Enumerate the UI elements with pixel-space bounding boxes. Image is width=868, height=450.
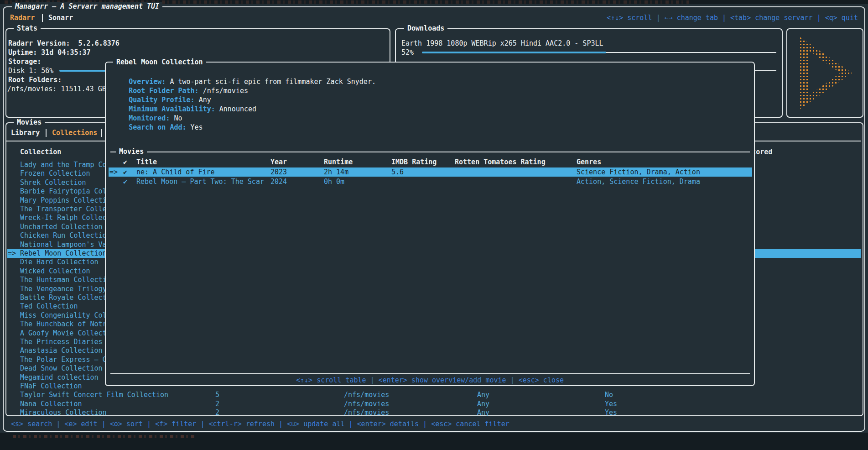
row-selection-arrow: => xyxy=(8,249,16,258)
download-percent: 52% xyxy=(401,48,414,57)
tab-separator xyxy=(42,14,43,22)
collection-row[interactable]: Anastasia Collection xyxy=(20,346,103,355)
movies-panel-title: Movies xyxy=(14,118,45,127)
root-folder-size: /nfs/movies: 11511.43 GB xyxy=(7,85,106,94)
collection-row[interactable]: The Hunchback of Notr xyxy=(20,320,107,329)
tab-library[interactable]: Library xyxy=(11,129,40,137)
collection-row[interactable]: Chicken Run Collectio xyxy=(20,231,107,240)
monitored-check-icon: ✔ xyxy=(123,167,127,177)
collection-row[interactable]: Barbie Fairytopia Col xyxy=(20,187,107,196)
radarr-version: Radarr Version: 5.2.6.8376 xyxy=(8,39,120,48)
collection-cell-quality: Any xyxy=(477,391,489,399)
collection-row[interactable]: Frozen Collection xyxy=(20,169,90,178)
collection-row[interactable]: Miss Congeniality Col xyxy=(20,311,107,320)
collection-row[interactable]: Uncharted Collection xyxy=(20,223,103,231)
collection-cell-count: 5 xyxy=(215,391,219,399)
root-folders-label: Root Folders: xyxy=(8,76,62,84)
col-header-imdb: IMDB Rating xyxy=(391,157,437,167)
detail-search-on-add: Search on Add:Yes xyxy=(112,114,203,132)
modal-table-top-border xyxy=(110,152,750,152)
collection-cell-search_on_add: No xyxy=(605,391,613,399)
collection-row[interactable]: The Princess Diaries xyxy=(20,338,103,346)
col-header-check: ✔ xyxy=(123,157,127,167)
collection-cell-quality: Any xyxy=(477,408,489,417)
modal-table-title: Movies xyxy=(116,147,147,156)
tab-collections[interactable]: Collections xyxy=(52,129,97,137)
col-header-title: Title xyxy=(136,157,157,167)
tab-radarr[interactable]: Radarr xyxy=(10,14,35,22)
storage-label: Storage: xyxy=(8,58,41,66)
uptime: Uptime: 31d 04:35:37 xyxy=(8,48,91,57)
collection-cell-root: /nfs/movies xyxy=(344,391,389,399)
collection-row[interactable]: The Vengeance Trilogy xyxy=(20,285,107,293)
modal-table-bottom-border xyxy=(110,373,750,374)
movie-table-row[interactable]: ✔ Rebel Moon – Part Two: The Scar 2024 0… xyxy=(109,177,752,186)
collection-row[interactable]: FNaF Collection xyxy=(20,382,82,391)
movies-tab-separator-2 xyxy=(101,129,102,137)
collection-cell-search_on_add: Yes xyxy=(605,408,617,417)
collection-row[interactable]: Megamind collection xyxy=(20,373,99,382)
collection-row[interactable]: The Huntsman Collecti xyxy=(20,276,107,284)
download-progress-bar xyxy=(422,52,606,53)
collection-name: Rebel Moon Collection xyxy=(20,249,107,258)
collection-row[interactable]: The Transporter Colle xyxy=(20,205,107,214)
movie-title: ne: A Child of Fire xyxy=(136,167,215,177)
collection-row[interactable]: Die Hard Collection xyxy=(20,258,99,267)
modal-title: Rebel Moon Collection xyxy=(113,58,206,67)
stats-panel-title: Stats xyxy=(14,24,41,33)
download-progress-bar-rest xyxy=(606,52,776,53)
col-header-rt: Rotten Tomatoes Rating xyxy=(455,157,546,167)
collection-row[interactable]: The Polar Express – C xyxy=(20,356,107,364)
collection-cell-count: 2 xyxy=(215,400,219,408)
collection-row[interactable]: Miraculous Collection xyxy=(20,408,107,417)
collection-row[interactable]: Battle Royale Collect xyxy=(20,293,107,302)
collection-cell-quality: Any xyxy=(477,400,489,408)
row-selection-arrow: => xyxy=(109,167,118,177)
top-help-bar: <↑↓> scroll | ←→ change tab | <tab> chan… xyxy=(607,14,858,22)
collection-row[interactable]: Wicked Collection xyxy=(20,267,90,276)
movie-runtime: 2h 14m xyxy=(324,167,348,177)
collection-row[interactable]: Nana Collection xyxy=(20,400,82,408)
col-header-genres: Genres xyxy=(577,157,601,167)
collection-cell-count: 2 xyxy=(215,408,219,417)
app-title: Managarr — A Servarr management TUI xyxy=(12,2,162,11)
col-header-year: Year xyxy=(270,157,287,167)
tab-sonarr[interactable]: Sonarr xyxy=(48,14,73,22)
collection-row[interactable]: A Goofy Movie Collect xyxy=(20,329,107,338)
terminal-artifact-bottom xyxy=(0,433,868,450)
movie-table-row[interactable]: => ✔ ne: A Child of Fire 2023 2h 14m 5.6… xyxy=(109,167,752,177)
movie-year: 2024 xyxy=(270,177,287,186)
collection-row[interactable]: Wreck-It Ralph Collec xyxy=(20,214,107,222)
collection-cell-search_on_add: Yes xyxy=(605,400,617,408)
collection-cell-root: /nfs/movies xyxy=(344,400,389,408)
movie-genres: Action, Science Fiction, Drama xyxy=(577,177,700,186)
collection-cell-root: /nfs/movies xyxy=(344,408,389,417)
collection-row[interactable]: Mary Poppins Collecti xyxy=(20,196,107,205)
collection-row[interactable]: Ted Collection xyxy=(20,302,78,311)
collection-row[interactable]: National Lampoon's Va xyxy=(20,241,107,249)
collection-details-modal: Rebel Moon Collection Overview:A two-par… xyxy=(105,62,755,386)
col-header-runtime: Runtime xyxy=(324,157,353,167)
collection-row[interactable]: Lady and the Tramp Co xyxy=(20,161,107,169)
collection-column-header: Collection xyxy=(20,148,61,157)
movie-title: Rebel Moon – Part Two: The Scar xyxy=(136,177,264,186)
disk-usage-label: Disk 1: 56% xyxy=(8,67,53,75)
downloads-panel-title: Downloads xyxy=(404,24,447,33)
movie-imdb-rating: 5.6 xyxy=(391,167,404,177)
movie-runtime: 0h 0m xyxy=(324,177,344,186)
collection-row[interactable]: Shrek Collection xyxy=(20,178,86,187)
footer-help-bar: <s> search | <e> edit | <o> sort | <f> f… xyxy=(11,420,509,429)
movie-genres: Science Fiction, Drama, Action xyxy=(577,167,700,177)
download-item[interactable]: Earth 1998 1080p WEBRip x265 Hindi AAC2.… xyxy=(401,39,603,48)
collection-row[interactable]: Dead Snow Collection xyxy=(20,364,103,373)
movie-year: 2023 xyxy=(270,167,287,177)
modal-help-bar: <↑↓> scroll table | <enter> show overvie… xyxy=(106,376,754,385)
movies-tab-separator-1 xyxy=(46,129,47,137)
collection-row[interactable]: Taylor Swift Concert Film Collection xyxy=(20,391,168,399)
monitored-check-icon: ✔ xyxy=(123,177,127,186)
